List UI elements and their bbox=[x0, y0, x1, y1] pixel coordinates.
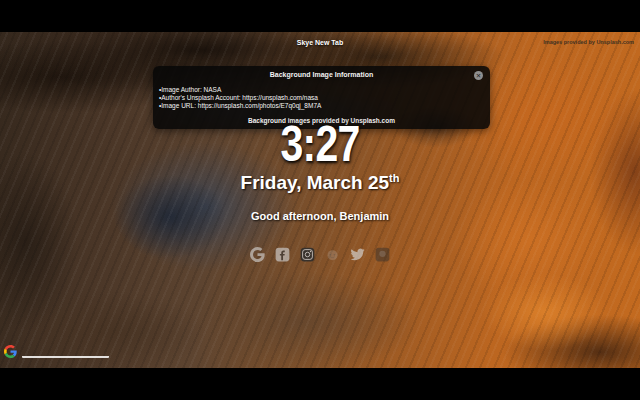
author-account-link[interactable]: •Author's Unsplash Account: https://unsp… bbox=[159, 94, 321, 101]
google-icon[interactable] bbox=[250, 247, 265, 262]
google-logo-icon bbox=[4, 345, 17, 358]
twitter-bird-glyph bbox=[350, 247, 365, 262]
close-icon[interactable]: ✕ bbox=[474, 71, 483, 80]
github-icon[interactable] bbox=[375, 247, 390, 262]
instagram-glyph bbox=[300, 247, 315, 262]
github-glyph bbox=[375, 247, 390, 262]
google-g-glyph bbox=[250, 247, 265, 262]
facebook-glyph bbox=[275, 247, 290, 262]
facebook-icon[interactable] bbox=[275, 247, 290, 262]
reddit-glyph bbox=[325, 247, 340, 262]
date-ordinal: th bbox=[389, 172, 399, 184]
date-text: Friday, March 25 bbox=[241, 172, 390, 193]
popup-info-lines: •Image Author: NASA •Author's Unsplash A… bbox=[159, 86, 321, 109]
image-url-link[interactable]: •Image URL: https://unsplash.com/photos/… bbox=[159, 102, 321, 109]
greeting: Good afternoon, Benjamin bbox=[0, 210, 640, 222]
social-links-row bbox=[0, 247, 640, 262]
search-input[interactable] bbox=[22, 346, 109, 358]
image-author-line: •Image Author: NASA bbox=[159, 86, 321, 93]
google-search-bar bbox=[4, 345, 109, 358]
unsplash-credit-note: Images provided by Unsplash.com bbox=[543, 39, 634, 45]
twitter-icon[interactable] bbox=[350, 247, 365, 262]
popup-title: Background Image Information bbox=[153, 71, 490, 78]
clock: 3:27 bbox=[58, 119, 583, 169]
new-tab-page: Skye New Tab Images provided by Unsplash… bbox=[0, 0, 640, 400]
date: Friday, March 25th bbox=[0, 172, 640, 194]
reddit-icon[interactable] bbox=[325, 247, 340, 262]
instagram-icon[interactable] bbox=[300, 247, 315, 262]
